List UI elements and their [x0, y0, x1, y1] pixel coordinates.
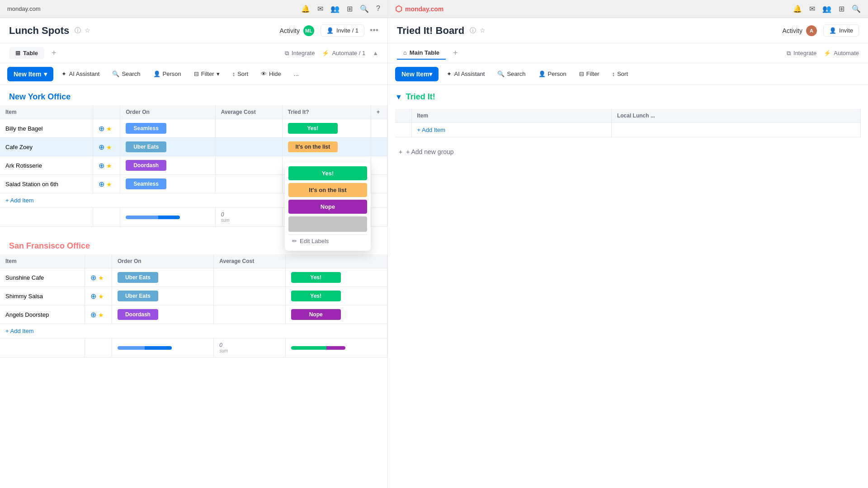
tried-it-cell[interactable]: Nope — [285, 305, 387, 324]
right-ai-assistant-button[interactable]: ✦ AI Assistant — [442, 68, 489, 80]
add-item-label[interactable]: + Add Item — [0, 324, 387, 338]
dropdown-nope-option[interactable]: Nope — [288, 200, 367, 214]
bell-icon-right[interactable]: 🔔 — [793, 5, 802, 13]
new-item-button[interactable]: New Item ▾ — [7, 67, 53, 81]
search-icon-right[interactable]: 🔍 — [852, 5, 861, 13]
right-filter-button[interactable]: ⊟ Filter — [575, 68, 604, 80]
its-on-list-pill[interactable]: It's on the list — [288, 141, 338, 152]
doordash-pill[interactable]: Doordash — [118, 309, 158, 320]
bell-icon[interactable]: 🔔 — [301, 5, 310, 13]
filter-button[interactable]: ⊟ Filter ▾ — [189, 68, 224, 80]
dropdown-yes-option[interactable]: Yes! — [288, 166, 367, 180]
star-row-icon[interactable]: ★ — [106, 144, 112, 151]
yes-pill[interactable]: Yes! — [291, 272, 341, 283]
star-row-icon[interactable]: ★ — [98, 293, 104, 300]
add-row-icon[interactable]: ⊕ — [99, 162, 104, 169]
tried-it-cell[interactable]: Yes! — [285, 287, 387, 305]
add-item-row[interactable]: + Add Item — [0, 324, 387, 338]
right-automate-button[interactable]: ⚡ Automate — [824, 50, 859, 56]
add-row-icon[interactable]: ⊕ — [90, 311, 96, 319]
seamless-pill[interactable]: Seamless — [126, 123, 166, 134]
chevron-down-icon: ▾ — [44, 70, 47, 78]
info-icon[interactable]: ⓘ — [75, 27, 81, 35]
tried-it-cell[interactable]: Yes! — [285, 268, 387, 287]
dropdown-empty-option[interactable] — [288, 216, 367, 232]
yes-pill[interactable]: Yes! — [291, 291, 341, 301]
search-button[interactable]: 🔍 Search — [108, 68, 145, 80]
right-add-item-label[interactable]: + Add Item — [411, 123, 611, 137]
tried-it-collapse-icon[interactable]: ▼ — [395, 93, 402, 101]
right-activity-button[interactable]: Activity A — [783, 24, 818, 37]
left-content: New York Office Item Order On Average Co… — [0, 85, 387, 488]
add-row-icon[interactable]: ⊕ — [90, 292, 96, 300]
order-on-cell[interactable]: Doordash — [120, 156, 216, 175]
person-button[interactable]: 👤 Person — [149, 68, 186, 80]
order-on-cell[interactable]: Uber Eats — [120, 138, 216, 156]
yes-pill[interactable]: Yes! — [288, 123, 338, 134]
nope-pill[interactable]: Nope — [291, 309, 341, 320]
right-person-button[interactable]: 👤 Person — [534, 68, 571, 80]
integrate-button[interactable]: ⧉ Integrate — [285, 50, 315, 57]
table-row: Billy the Bagel ⊕ ★ Seamless Yes! — [0, 119, 387, 138]
invite-button[interactable]: 👤 Invite / 1 — [321, 24, 364, 37]
mail-icon-right[interactable]: ✉ — [809, 5, 815, 13]
search-icon[interactable]: 🔍 — [360, 5, 369, 13]
order-on-cell[interactable]: Doordash — [112, 305, 213, 324]
mail-icon[interactable]: ✉ — [317, 5, 323, 13]
right-new-item-button[interactable]: New Item ▾ — [395, 67, 439, 81]
right-tab-main-table[interactable]: ⌂ Main Table — [397, 47, 446, 60]
activity-button[interactable]: Activity ML — [280, 24, 315, 37]
help-icon[interactable]: ? — [376, 5, 380, 13]
star-row-icon[interactable]: ★ — [98, 311, 104, 319]
right-tab-actions: ⧉ Integrate ⚡ Automate — [787, 50, 859, 57]
star-icon-right[interactable]: ☆ — [480, 27, 486, 35]
tab-add-button[interactable]: + — [48, 48, 60, 58]
seamless-pill[interactable]: Seamless — [126, 178, 166, 189]
order-on-cell[interactable]: Seamless — [120, 175, 216, 193]
activity-label: Activity — [280, 27, 300, 34]
hide-button[interactable]: 👁 Hide — [256, 68, 286, 80]
automate-button[interactable]: ⚡ Automate / 1 — [322, 50, 365, 56]
right-add-item-row[interactable]: + Add Item — [395, 123, 861, 137]
more-toolbar-button[interactable]: ... — [289, 68, 303, 80]
progress-bar-tried — [291, 346, 345, 350]
tried-it-cell[interactable]: Yes! — [282, 119, 371, 138]
tab-table[interactable]: ⊞ Table — [9, 47, 44, 59]
dropdown-edit-labels[interactable]: ✏ Edit Labels — [288, 235, 367, 247]
right-invite-button[interactable]: 👤 Invite — [823, 24, 859, 37]
sort-button[interactable]: ↕ Sort — [228, 68, 253, 80]
info-icon-right[interactable]: ⓘ — [470, 27, 476, 35]
collapse-button[interactable]: ▲ — [373, 50, 378, 56]
grid-icon-right[interactable]: ⊞ — [839, 5, 844, 13]
col-item: Item — [0, 254, 85, 268]
add-new-group-button[interactable]: + + Add new group — [395, 145, 861, 159]
uber-pill[interactable]: Uber Eats — [118, 272, 158, 283]
more-button[interactable]: ••• — [370, 26, 378, 35]
grid-icon[interactable]: ⊞ — [347, 5, 353, 13]
right-search-button[interactable]: 🔍 Search — [493, 68, 530, 80]
add-row-icon[interactable]: ⊕ — [99, 180, 104, 188]
add-row-icon[interactable]: ⊕ — [99, 125, 104, 132]
add-row-icon[interactable]: ⊕ — [90, 274, 96, 282]
star-row-icon[interactable]: ★ — [106, 181, 112, 188]
tried-it-cell[interactable]: It's on the list — [282, 138, 371, 156]
doordash-pill[interactable]: Doordash — [126, 160, 166, 171]
right-tab-add-button[interactable]: + — [449, 48, 462, 58]
star-row-icon[interactable]: ★ — [106, 162, 112, 169]
uber-pill[interactable]: Uber Eats — [126, 141, 166, 152]
add-row-icon[interactable]: ⊕ — [99, 143, 104, 151]
order-on-cell[interactable]: Uber Eats — [112, 287, 213, 305]
right-integrate-button[interactable]: ⧉ Integrate — [787, 50, 816, 57]
people-icon[interactable]: 👥 — [330, 5, 340, 13]
star-row-icon[interactable]: ★ — [106, 125, 112, 132]
order-on-cell[interactable]: Seamless — [120, 119, 216, 138]
dropdown-its-option[interactable]: It's on the list — [288, 183, 367, 197]
star-icon[interactable]: ☆ — [85, 27, 90, 35]
star-row-icon[interactable]: ★ — [98, 274, 104, 282]
uber-pill[interactable]: Uber Eats — [118, 291, 158, 301]
ai-assistant-button[interactable]: ✦ AI Assistant — [57, 68, 104, 80]
right-sort-button[interactable]: ↕ Sort — [608, 68, 632, 80]
order-on-cell[interactable]: Uber Eats — [112, 268, 213, 287]
col-add-button[interactable]: + — [371, 105, 387, 119]
people-icon-right[interactable]: 👥 — [822, 5, 831, 13]
